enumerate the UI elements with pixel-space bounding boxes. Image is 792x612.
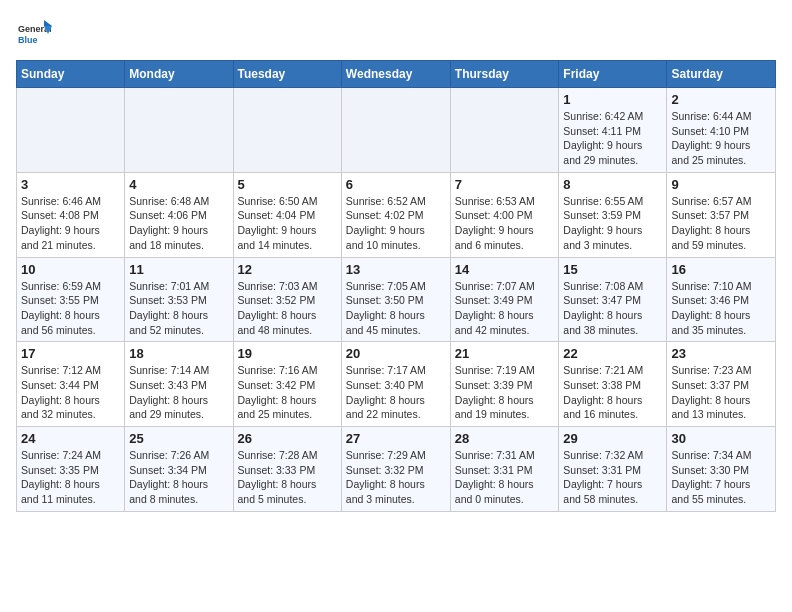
day-info: Sunrise: 7:21 AM Sunset: 3:38 PM Dayligh… [563, 363, 662, 422]
column-header-friday: Friday [559, 61, 667, 88]
calendar-cell: 17Sunrise: 7:12 AM Sunset: 3:44 PM Dayli… [17, 342, 125, 427]
calendar-week-row: 3Sunrise: 6:46 AM Sunset: 4:08 PM Daylig… [17, 172, 776, 257]
calendar-cell [450, 88, 559, 173]
day-info: Sunrise: 6:46 AM Sunset: 4:08 PM Dayligh… [21, 194, 120, 253]
day-number: 12 [238, 262, 337, 277]
calendar-cell: 29Sunrise: 7:32 AM Sunset: 3:31 PM Dayli… [559, 427, 667, 512]
calendar-cell: 30Sunrise: 7:34 AM Sunset: 3:30 PM Dayli… [667, 427, 776, 512]
calendar-cell [125, 88, 233, 173]
calendar-cell: 6Sunrise: 6:52 AM Sunset: 4:02 PM Daylig… [341, 172, 450, 257]
day-number: 27 [346, 431, 446, 446]
day-number: 5 [238, 177, 337, 192]
day-number: 28 [455, 431, 555, 446]
day-number: 10 [21, 262, 120, 277]
day-number: 15 [563, 262, 662, 277]
calendar-cell: 26Sunrise: 7:28 AM Sunset: 3:33 PM Dayli… [233, 427, 341, 512]
day-info: Sunrise: 6:42 AM Sunset: 4:11 PM Dayligh… [563, 109, 662, 168]
day-info: Sunrise: 7:07 AM Sunset: 3:49 PM Dayligh… [455, 279, 555, 338]
day-info: Sunrise: 7:14 AM Sunset: 3:43 PM Dayligh… [129, 363, 228, 422]
day-number: 20 [346, 346, 446, 361]
day-number: 19 [238, 346, 337, 361]
day-info: Sunrise: 7:16 AM Sunset: 3:42 PM Dayligh… [238, 363, 337, 422]
calendar-cell: 9Sunrise: 6:57 AM Sunset: 3:57 PM Daylig… [667, 172, 776, 257]
day-info: Sunrise: 7:17 AM Sunset: 3:40 PM Dayligh… [346, 363, 446, 422]
day-info: Sunrise: 6:44 AM Sunset: 4:10 PM Dayligh… [671, 109, 771, 168]
column-header-sunday: Sunday [17, 61, 125, 88]
calendar-cell: 15Sunrise: 7:08 AM Sunset: 3:47 PM Dayli… [559, 257, 667, 342]
calendar-cell: 21Sunrise: 7:19 AM Sunset: 3:39 PM Dayli… [450, 342, 559, 427]
calendar-cell: 4Sunrise: 6:48 AM Sunset: 4:06 PM Daylig… [125, 172, 233, 257]
day-info: Sunrise: 6:50 AM Sunset: 4:04 PM Dayligh… [238, 194, 337, 253]
day-info: Sunrise: 6:57 AM Sunset: 3:57 PM Dayligh… [671, 194, 771, 253]
calendar-cell: 28Sunrise: 7:31 AM Sunset: 3:31 PM Dayli… [450, 427, 559, 512]
calendar-cell: 8Sunrise: 6:55 AM Sunset: 3:59 PM Daylig… [559, 172, 667, 257]
day-number: 25 [129, 431, 228, 446]
svg-rect-0 [16, 16, 52, 52]
calendar-cell: 23Sunrise: 7:23 AM Sunset: 3:37 PM Dayli… [667, 342, 776, 427]
day-info: Sunrise: 7:29 AM Sunset: 3:32 PM Dayligh… [346, 448, 446, 507]
calendar-cell: 2Sunrise: 6:44 AM Sunset: 4:10 PM Daylig… [667, 88, 776, 173]
day-number: 14 [455, 262, 555, 277]
day-info: Sunrise: 6:48 AM Sunset: 4:06 PM Dayligh… [129, 194, 228, 253]
calendar-cell [233, 88, 341, 173]
day-number: 7 [455, 177, 555, 192]
day-number: 23 [671, 346, 771, 361]
calendar-cell: 20Sunrise: 7:17 AM Sunset: 3:40 PM Dayli… [341, 342, 450, 427]
calendar-cell: 24Sunrise: 7:24 AM Sunset: 3:35 PM Dayli… [17, 427, 125, 512]
day-info: Sunrise: 7:08 AM Sunset: 3:47 PM Dayligh… [563, 279, 662, 338]
svg-text:Blue: Blue [18, 35, 38, 45]
day-info: Sunrise: 7:03 AM Sunset: 3:52 PM Dayligh… [238, 279, 337, 338]
day-info: Sunrise: 7:28 AM Sunset: 3:33 PM Dayligh… [238, 448, 337, 507]
column-header-thursday: Thursday [450, 61, 559, 88]
column-header-monday: Monday [125, 61, 233, 88]
calendar-cell: 1Sunrise: 6:42 AM Sunset: 4:11 PM Daylig… [559, 88, 667, 173]
day-info: Sunrise: 6:59 AM Sunset: 3:55 PM Dayligh… [21, 279, 120, 338]
day-info: Sunrise: 7:32 AM Sunset: 3:31 PM Dayligh… [563, 448, 662, 507]
day-number: 26 [238, 431, 337, 446]
calendar-cell: 19Sunrise: 7:16 AM Sunset: 3:42 PM Dayli… [233, 342, 341, 427]
calendar-cell [341, 88, 450, 173]
day-number: 22 [563, 346, 662, 361]
calendar-cell: 10Sunrise: 6:59 AM Sunset: 3:55 PM Dayli… [17, 257, 125, 342]
calendar-cell: 18Sunrise: 7:14 AM Sunset: 3:43 PM Dayli… [125, 342, 233, 427]
day-info: Sunrise: 7:12 AM Sunset: 3:44 PM Dayligh… [21, 363, 120, 422]
calendar-cell: 25Sunrise: 7:26 AM Sunset: 3:34 PM Dayli… [125, 427, 233, 512]
day-number: 1 [563, 92, 662, 107]
calendar-cell: 27Sunrise: 7:29 AM Sunset: 3:32 PM Dayli… [341, 427, 450, 512]
day-info: Sunrise: 6:52 AM Sunset: 4:02 PM Dayligh… [346, 194, 446, 253]
day-number: 4 [129, 177, 228, 192]
day-info: Sunrise: 7:34 AM Sunset: 3:30 PM Dayligh… [671, 448, 771, 507]
day-number: 21 [455, 346, 555, 361]
day-info: Sunrise: 7:05 AM Sunset: 3:50 PM Dayligh… [346, 279, 446, 338]
day-number: 29 [563, 431, 662, 446]
day-info: Sunrise: 7:01 AM Sunset: 3:53 PM Dayligh… [129, 279, 228, 338]
calendar-cell: 7Sunrise: 6:53 AM Sunset: 4:00 PM Daylig… [450, 172, 559, 257]
calendar-week-row: 24Sunrise: 7:24 AM Sunset: 3:35 PM Dayli… [17, 427, 776, 512]
page-header: General Blue [16, 16, 776, 52]
calendar-cell: 5Sunrise: 6:50 AM Sunset: 4:04 PM Daylig… [233, 172, 341, 257]
day-number: 6 [346, 177, 446, 192]
calendar-cell: 16Sunrise: 7:10 AM Sunset: 3:46 PM Dayli… [667, 257, 776, 342]
logo: General Blue [16, 16, 56, 52]
logo-icon: General Blue [16, 16, 52, 52]
day-number: 13 [346, 262, 446, 277]
day-number: 11 [129, 262, 228, 277]
day-info: Sunrise: 7:23 AM Sunset: 3:37 PM Dayligh… [671, 363, 771, 422]
day-number: 8 [563, 177, 662, 192]
day-info: Sunrise: 6:53 AM Sunset: 4:00 PM Dayligh… [455, 194, 555, 253]
calendar-cell: 11Sunrise: 7:01 AM Sunset: 3:53 PM Dayli… [125, 257, 233, 342]
calendar-cell: 14Sunrise: 7:07 AM Sunset: 3:49 PM Dayli… [450, 257, 559, 342]
day-info: Sunrise: 7:19 AM Sunset: 3:39 PM Dayligh… [455, 363, 555, 422]
column-header-wednesday: Wednesday [341, 61, 450, 88]
day-info: Sunrise: 7:26 AM Sunset: 3:34 PM Dayligh… [129, 448, 228, 507]
calendar-cell: 22Sunrise: 7:21 AM Sunset: 3:38 PM Dayli… [559, 342, 667, 427]
column-header-tuesday: Tuesday [233, 61, 341, 88]
calendar-table: SundayMondayTuesdayWednesdayThursdayFrid… [16, 60, 776, 512]
calendar-cell [17, 88, 125, 173]
calendar-cell: 12Sunrise: 7:03 AM Sunset: 3:52 PM Dayli… [233, 257, 341, 342]
day-number: 30 [671, 431, 771, 446]
column-header-saturday: Saturday [667, 61, 776, 88]
day-number: 9 [671, 177, 771, 192]
calendar-week-row: 1Sunrise: 6:42 AM Sunset: 4:11 PM Daylig… [17, 88, 776, 173]
day-info: Sunrise: 7:31 AM Sunset: 3:31 PM Dayligh… [455, 448, 555, 507]
